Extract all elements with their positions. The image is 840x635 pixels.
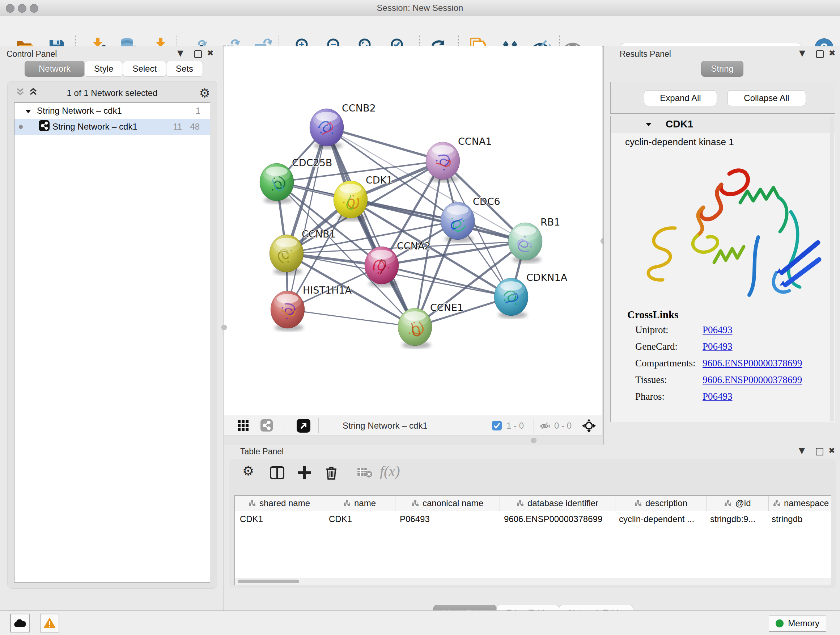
open-in-window-icon[interactable] — [297, 419, 310, 434]
grid-view-icon[interactable] — [237, 420, 249, 433]
tab-network[interactable]: Network — [25, 61, 85, 77]
expand-all-button[interactable]: Expand All — [644, 90, 717, 106]
crosslink-row: Pharos:P06493 — [627, 391, 828, 408]
table-cell[interactable]: CDK1 — [324, 511, 395, 527]
results-scrollbar[interactable] — [830, 117, 834, 421]
title-bar: Session: New Session — [0, 0, 840, 16]
crosslink-row: GeneCard:P06493 — [627, 341, 828, 358]
memory-button[interactable]: Memory — [769, 615, 826, 632]
table-cell[interactable]: CDK1 — [235, 511, 324, 527]
results-gene-section: CDK1 cyclin-dependent kinase 1 — [610, 116, 835, 422]
network-node-HIST1H1A[interactable] — [271, 291, 305, 331]
network-node-CCNB2[interactable] — [309, 109, 344, 149]
panel-close-icon[interactable]: ✖ — [207, 49, 213, 57]
panel-close-icon[interactable]: ✖ — [829, 49, 835, 57]
panel-float-icon[interactable] — [816, 50, 824, 58]
panel-menu-icon[interactable]: ▼ — [177, 49, 183, 57]
network-row-selected[interactable]: String Network – cdk1 11 48 — [14, 119, 210, 135]
crosslink-link[interactable]: P06493 — [703, 325, 733, 335]
network-node-CCNB1[interactable] — [270, 234, 303, 275]
network-node-CCNA2[interactable] — [365, 247, 399, 287]
delete-column-icon[interactable] — [324, 466, 339, 481]
node-label-RB1: RB1 — [540, 217, 560, 228]
warnings-button[interactable] — [40, 614, 59, 632]
network-view-canvas[interactable]: CCNB2CCNA1CDC25BCDK1CDC6RB1CCNB1CCNA2CDK… — [224, 46, 602, 416]
crosslink-link[interactable]: P06493 — [703, 341, 733, 352]
show-columns-icon[interactable] — [270, 466, 284, 481]
node-table: shared namenamecanonical namedatabase id… — [234, 495, 831, 585]
crosslink-link[interactable]: 9606.ENSP00000378699 — [703, 374, 802, 385]
toolbar-separator — [284, 418, 284, 433]
collapse-triangle-icon[interactable] — [25, 106, 31, 116]
node-label-CDKN1A: CDKN1A — [526, 272, 568, 283]
table-gear-icon[interactable]: ⚙ — [242, 463, 254, 478]
tab-sets[interactable]: Sets — [166, 61, 203, 77]
scrollbar-thumb[interactable] — [238, 580, 299, 583]
table-cell[interactable]: stringdb — [767, 511, 831, 527]
node-label-CCNE1: CCNE1 — [430, 302, 463, 313]
toolbar-separator — [534, 418, 534, 433]
main-toolbar: ? — [0, 16, 840, 47]
cloud-button[interactable] — [10, 614, 30, 632]
column-header-database-identifier[interactable]: database identifier — [500, 496, 615, 511]
network-node-CCNE1[interactable] — [398, 308, 432, 348]
selected-checkbox-icon[interactable] — [492, 421, 502, 432]
network-node-CCNA1[interactable] — [426, 142, 460, 182]
tab-select[interactable]: Select — [123, 61, 166, 77]
left-splitter-handle[interactable] — [221, 325, 227, 330]
gene-description: cyclin-dependent kinase 1 — [625, 136, 734, 148]
table-cell[interactable]: P06493 — [395, 511, 499, 527]
network-node-CDC6[interactable] — [441, 202, 475, 242]
column-header-name[interactable]: name — [324, 496, 395, 511]
network-node-RB1[interactable] — [508, 223, 542, 263]
network-list-header: 1 of 1 Network selected ⚙ — [8, 86, 217, 100]
network-list: String Network – cdk1 1 String Network –… — [14, 103, 210, 583]
table-cell[interactable]: 9606.ENSP00000378699 — [499, 511, 614, 527]
control-panel-title: Control Panel — [6, 49, 57, 59]
column-header-canonical-name[interactable]: canonical name — [395, 496, 500, 511]
table-panel-title: Table Panel — [240, 447, 284, 456]
network-collection-row[interactable]: String Network – cdk1 1 — [14, 103, 210, 119]
crosslink-row: Uniprot:P06493 — [627, 325, 828, 341]
network-node-CDC25B[interactable] — [260, 163, 294, 204]
collapse-all-button[interactable]: Collapse All — [727, 90, 806, 106]
network-selected-status: 1 of 1 Network selected — [8, 88, 217, 98]
network-node-CDK1[interactable] — [333, 181, 368, 221]
node-count: 11 — [173, 122, 182, 132]
tab-string[interactable]: String — [701, 61, 744, 77]
collapse-triangle-icon[interactable] — [645, 122, 652, 128]
network-view-toolbar: String Network – cdk1 1 - 0 0 - 0 — [224, 416, 602, 436]
tab-style[interactable]: Style — [84, 61, 123, 77]
network-edge — [287, 310, 415, 327]
crosslink-label: Tissues: — [627, 374, 703, 386]
gear-icon[interactable]: ⚙ — [199, 86, 210, 100]
crosslink-label: GeneCard: — [627, 341, 703, 352]
hidden-eye-slash-icon[interactable] — [540, 421, 551, 433]
add-column-icon[interactable] — [297, 466, 312, 481]
panel-close-icon[interactable]: ✖ — [829, 446, 835, 455]
column-header-shared-name[interactable]: shared name — [235, 496, 324, 511]
panel-float-icon[interactable] — [194, 50, 202, 58]
network-node-CDKN1A[interactable] — [494, 278, 528, 318]
application-window: Session: New Session — [0, 0, 840, 635]
gene-section-header[interactable]: CDK1 — [611, 116, 835, 133]
node-label-CCNB2: CCNB2 — [342, 103, 376, 114]
table-header-row: shared namenamecanonical namedatabase id… — [235, 496, 831, 511]
crosslink-link[interactable]: P06493 — [703, 391, 733, 402]
bottom-splitter-handle[interactable] — [531, 438, 537, 443]
network-badge-gray-icon[interactable] — [261, 419, 273, 433]
crosslink-label: Compartments: — [627, 358, 703, 369]
panel-float-icon[interactable] — [816, 448, 823, 455]
panel-menu-icon[interactable]: ▼ — [799, 446, 805, 455]
table-cell[interactable]: cyclin-dependent ... — [614, 511, 705, 527]
crosslink-link[interactable]: 9606.ENSP00000378699 — [703, 358, 802, 369]
table-cell[interactable]: stringdb:9... — [705, 511, 767, 527]
fit-selection-crosshair-icon[interactable] — [582, 418, 596, 434]
column-header--id[interactable]: @id — [707, 496, 769, 511]
panel-menu-icon[interactable]: ▼ — [799, 49, 805, 57]
column-header-namespace[interactable]: namespace — [769, 496, 831, 511]
node-label-CDC6: CDC6 — [473, 196, 500, 207]
column-header-description[interactable]: description — [615, 496, 707, 511]
collection-count: 1 — [196, 106, 201, 116]
table-row[interactable]: CDK1CDK1P064939606.ENSP00000378699cyclin… — [235, 511, 831, 527]
